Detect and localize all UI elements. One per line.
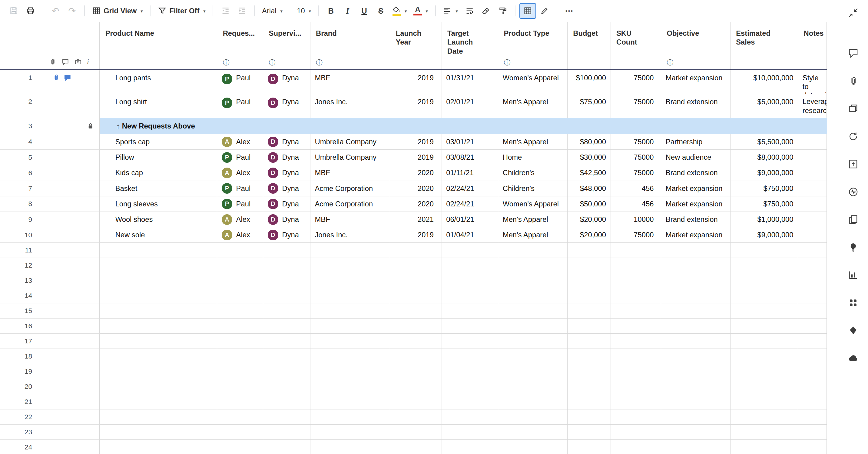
cell-objective[interactable]: Market expansion	[661, 227, 731, 243]
cell-notes[interactable]	[798, 134, 827, 150]
cell-supervisor[interactable]	[263, 334, 310, 349]
cell-objective[interactable]	[661, 273, 731, 288]
cell-target_date[interactable]: 02/24/21	[442, 181, 498, 196]
cell-est_sales[interactable]	[731, 379, 798, 394]
cell-est_sales[interactable]: $10,000,000	[731, 70, 798, 94]
row-number[interactable]: 10	[0, 231, 35, 239]
cell-brand[interactable]: Umbrella Company	[310, 150, 391, 165]
row-number[interactable]: 6	[0, 169, 35, 177]
align-button[interactable]: ▾	[439, 3, 461, 19]
cell-budget[interactable]: $48,000	[567, 181, 611, 196]
cell-est_sales[interactable]: $9,000,000	[731, 165, 798, 181]
cell-supervisor[interactable]	[263, 288, 310, 303]
cell-product_type[interactable]: Men's Apparel	[498, 212, 567, 227]
cell-requested[interactable]	[217, 364, 263, 379]
cell-requested[interactable]	[217, 334, 263, 349]
cell-target_date[interactable]	[442, 273, 498, 288]
row-number[interactable]: 22	[0, 413, 35, 421]
cell-product_type[interactable]: Home	[498, 150, 567, 165]
column-header-supervisor[interactable]: Supervi...ⓘ	[263, 22, 310, 69]
cell-product_type[interactable]	[498, 273, 567, 288]
row-number[interactable]: 1	[0, 74, 35, 82]
cell-launch_year[interactable]	[390, 440, 441, 454]
cell-notes[interactable]	[798, 364, 827, 379]
cell-requested[interactable]: PPaul	[217, 181, 263, 196]
cell-brand[interactable]: MBF	[310, 212, 391, 227]
cell-brand[interactable]: MBF	[310, 70, 391, 94]
cell-launch_year[interactable]	[390, 318, 441, 334]
cell-brand[interactable]	[310, 440, 391, 454]
cell-sku[interactable]	[611, 288, 661, 303]
cell-est_sales[interactable]	[731, 303, 798, 318]
cell-sku[interactable]: 456	[611, 181, 661, 196]
cell-est_sales[interactable]: $750,000	[731, 181, 798, 196]
cell-supervisor[interactable]: DDyna	[263, 196, 310, 212]
cell-product_type[interactable]	[498, 243, 567, 258]
cell-product_type[interactable]	[498, 409, 567, 425]
cell-budget[interactable]: $20,000	[567, 212, 611, 227]
cell-requested[interactable]: PPaul	[217, 196, 263, 212]
cell-launch_year[interactable]: 2019	[390, 70, 441, 94]
cell-product[interactable]	[100, 334, 217, 349]
cell-product[interactable]: Basket	[100, 181, 217, 196]
cell-sku[interactable]	[611, 364, 661, 379]
cell-sku[interactable]	[611, 303, 661, 318]
cell-supervisor[interactable]: DDyna	[263, 150, 310, 165]
cell-brand[interactable]: Acme Corporation	[310, 181, 391, 196]
cell-product[interactable]: Sports cap	[100, 134, 217, 150]
row-number[interactable]: 11	[0, 246, 35, 254]
cell-product_type[interactable]: Men's Apparel	[498, 227, 567, 243]
cell-target_date[interactable]	[442, 243, 498, 258]
cell-product[interactable]	[100, 243, 217, 258]
cell-brand[interactable]	[310, 409, 391, 425]
cell-product[interactable]: Kids cap	[100, 165, 217, 181]
format-painter-button[interactable]	[494, 3, 511, 19]
update-requests-button[interactable]	[848, 131, 859, 142]
cell-sku[interactable]: 75000	[611, 150, 661, 165]
font-size-select[interactable]: 10 ▾	[293, 3, 314, 19]
cell-product_type[interactable]	[498, 303, 567, 318]
cell-sku[interactable]: 75000	[611, 94, 661, 118]
cell-requested[interactable]	[217, 258, 263, 273]
cell-product_type[interactable]	[498, 379, 567, 394]
cell-requested[interactable]	[217, 425, 263, 440]
cell-target_date[interactable]	[442, 440, 498, 454]
cell-product_type[interactable]: Women's Apparel	[498, 196, 567, 212]
cell-target_date[interactable]	[442, 349, 498, 364]
cell-requested[interactable]	[217, 409, 263, 425]
cell-notes[interactable]	[798, 243, 827, 258]
cell-supervisor[interactable]	[263, 258, 310, 273]
cell-target_date[interactable]: 01/11/21	[442, 165, 498, 181]
cell-budget[interactable]: $80,000	[567, 134, 611, 150]
collapse-panel-button[interactable]	[846, 6, 860, 20]
cell-objective[interactable]: Partnership	[661, 134, 731, 150]
cell-est_sales[interactable]	[731, 258, 798, 273]
cell-target_date[interactable]: 02/24/21	[442, 196, 498, 212]
cell-brand[interactable]	[310, 394, 391, 409]
cell-launch_year[interactable]	[390, 394, 441, 409]
cell-launch_year[interactable]	[390, 273, 441, 288]
column-info-icon[interactable]: ⓘ	[269, 59, 276, 66]
cell-target_date[interactable]	[442, 425, 498, 440]
cell-est_sales[interactable]: $9,000,000	[731, 227, 798, 243]
cell-sku[interactable]: 75000	[611, 70, 661, 94]
cell-requested[interactable]: PPaul	[217, 94, 263, 118]
cell-supervisor[interactable]	[263, 273, 310, 288]
cell-launch_year[interactable]	[390, 409, 441, 425]
cell-supervisor[interactable]: DDyna	[263, 165, 310, 181]
row-number[interactable]: 18	[0, 352, 35, 360]
cell-notes[interactable]	[798, 318, 827, 334]
cell-requested[interactable]	[217, 349, 263, 364]
cell-requested[interactable]	[217, 394, 263, 409]
row-number[interactable]: 24	[0, 443, 35, 451]
cell-est_sales[interactable]	[731, 364, 798, 379]
column-header-product[interactable]: Product Name	[100, 22, 217, 69]
column-info-icon[interactable]: ⓘ	[504, 59, 510, 66]
activity-log-button[interactable]	[848, 187, 859, 198]
row-number[interactable]: 9	[0, 216, 35, 224]
cell-budget[interactable]	[567, 243, 611, 258]
cell-est_sales[interactable]	[731, 394, 798, 409]
cell-requested[interactable]	[217, 379, 263, 394]
cell-budget[interactable]	[567, 288, 611, 303]
cell-budget[interactable]	[567, 349, 611, 364]
